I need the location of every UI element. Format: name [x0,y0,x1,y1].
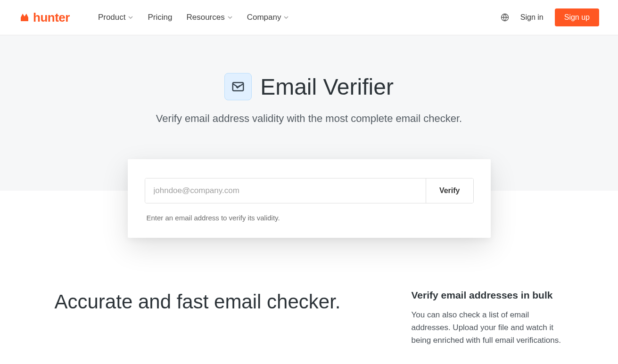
main-nav: Product Pricing Resources Company [98,13,289,22]
page-title: Email Verifier [260,74,394,100]
logo[interactable]: hunter [19,10,70,25]
chevron-down-icon [283,15,289,20]
email-check-icon [231,80,245,94]
chevron-down-icon [227,15,233,20]
verify-hint: Enter an email address to verify its val… [145,214,474,222]
content-section: Accurate and fast email checker. Verify … [36,238,583,364]
bulk-heading: Verify email addresses in bulk [411,290,563,301]
nav-product-label: Product [98,13,126,22]
bulk-body: You can also check a list of email addre… [411,308,563,347]
nav-pricing-label: Pricing [148,13,172,22]
hero-title-row: Email Verifier [74,73,545,100]
signup-button[interactable]: Sign up [555,8,599,26]
verify-input-row: Verify [145,178,474,203]
email-input[interactable] [145,178,426,203]
chevron-down-icon [128,15,133,20]
globe-icon[interactable] [501,13,509,22]
verify-button[interactable]: Verify [426,178,473,203]
nav-company[interactable]: Company [247,13,289,22]
hero-section: Email Verifier Verify email address vali… [0,35,618,238]
hunter-logo-icon [19,12,30,23]
verify-card: Verify Enter an email address to verify … [128,159,491,238]
nav-pricing[interactable]: Pricing [148,13,172,22]
nav-company-label: Company [247,13,281,22]
content-right: Verify email addresses in bulk You can a… [411,290,563,347]
header-right: Sign in Sign up [501,8,599,26]
signin-link[interactable]: Sign in [520,13,544,22]
content-left: Accurate and fast email checker. [55,290,341,315]
nav-resources-label: Resources [186,13,224,22]
email-check-icon-box [224,73,252,100]
hero-inner: Email Verifier Verify email address vali… [74,73,545,238]
section-heading: Accurate and fast email checker. [55,290,341,315]
nav-product[interactable]: Product [98,13,134,22]
nav-resources[interactable]: Resources [186,13,232,22]
logo-text: hunter [33,10,70,25]
header-left: hunter Product Pricing Resources Company [19,10,289,25]
hero-subtitle: Verify email address validity with the m… [149,111,470,126]
main-header: hunter Product Pricing Resources Company [0,0,618,35]
